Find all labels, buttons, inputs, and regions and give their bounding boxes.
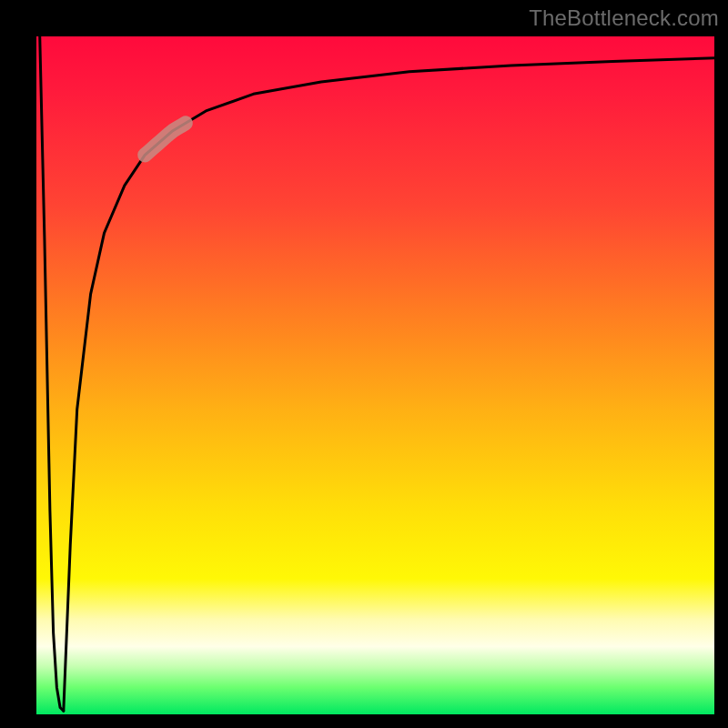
- series-main-curve: [64, 58, 714, 711]
- chart-container: TheBottleneck.com: [0, 0, 728, 728]
- watermark-text: TheBottleneck.com: [529, 5, 719, 31]
- curve-layer: [36, 36, 714, 714]
- highlight-segment: [145, 123, 186, 155]
- curve-group: [40, 36, 714, 711]
- series-left-spike-curve: [40, 36, 64, 711]
